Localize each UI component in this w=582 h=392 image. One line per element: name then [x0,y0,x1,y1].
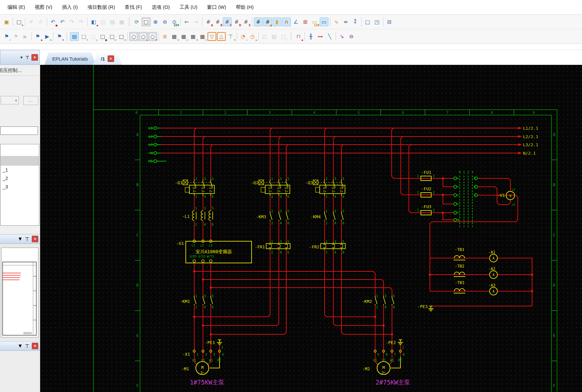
page-macro-icon[interactable]: □● [89,32,98,41]
device-box-icon[interactable]: □ [363,18,372,26]
terminal-down-icon[interactable]: ○▾ [148,32,157,41]
goto-forward-icon[interactable]: ▶ [21,32,30,41]
increment-icon[interactable]: ▭128 [310,18,319,26]
select-similar-icon[interactable]: □✳ [279,32,288,41]
delete-selection-icon[interactable]: □× [15,18,23,26]
signal-wave-icon[interactable]: ∿ [332,18,341,26]
grid-c-icon[interactable]: #C [223,18,232,26]
layout-space-icon[interactable]: ◫ [99,18,107,26]
forward-icon[interactable]: → [192,18,200,26]
window-macro-icon[interactable]: □● [98,32,107,41]
redo-icon[interactable]: ↷ [67,18,76,26]
parts-cart-icon[interactable]: ⊟ [385,18,394,26]
format-brush-icon[interactable]: ✐ [27,18,36,26]
signal-lines-icon[interactable]: ≈ [341,18,350,26]
terminal-up-icon[interactable]: ○▴ [139,32,148,41]
bom-navigator-icon[interactable]: ▦▾ [189,32,197,41]
paste-icon[interactable]: ▣ [2,18,11,26]
grid-b-icon[interactable]: #B [213,18,222,26]
page-filter-combobox[interactable]: ∨ [1,96,19,104]
cable-lines-icon[interactable]: ≣ [160,32,169,41]
menu-item-4[interactable]: 查找 (F) [121,2,146,12]
preview-panel-header[interactable]: ▼ ⊤ × [0,234,40,244]
device-navigator-icon[interactable]: ▦▾ [170,32,179,41]
goto-next-icon[interactable]: ▶+ [43,32,52,41]
zoom-window-icon[interactable]: □ [142,18,150,26]
grid-d-icon[interactable]: #D [232,18,241,26]
connection-point-icon[interactable]: ⊶ [316,32,325,41]
bottom-panel-header[interactable]: ▼ ⊤ × [0,341,40,351]
goto-graphic-icon[interactable]: ⚑✓ [2,32,11,41]
menu-item-6[interactable]: 工具 (U) [175,2,202,12]
bom-edit-icon[interactable]: ▦○ [198,32,207,41]
menu-item-8[interactable]: 帮助 (H) [232,2,258,12]
browse-button[interactable]: ... [23,96,38,105]
net-connect-icon[interactable]: ⁑ [351,18,360,26]
panel-caret-icon[interactable]: ▼ [20,55,23,59]
format-copy-icon[interactable]: ✐ [36,18,45,26]
page-list[interactable]: _1_2_3 [0,144,39,226]
schematic-canvas[interactable]: 0123456789ABCDEFABCDEFL1L2L3NPEL1/2.1L2/… [40,65,582,392]
menu-item-1[interactable]: 视图 (V) [30,2,56,12]
panel-layout-icon[interactable]: ◰ [260,32,269,41]
goto-back-icon[interactable]: ⚑ [12,32,20,41]
undo-list-icon[interactable]: ↶ [58,18,67,26]
menu-item-2[interactable]: 插入 (I) [58,2,82,12]
zoom-out-icon[interactable]: ⊖ [160,18,169,26]
tab-eplantutorials[interactable]: EPLAN Tutorials [44,53,96,65]
export-page-icon[interactable]: □→ [117,32,126,41]
menu-item-5[interactable]: 选项 (O) [148,2,174,12]
plot-stamp-icon[interactable]: ⊓▪ [294,32,303,41]
device-list-icon[interactable]: ▦○ [179,32,188,41]
panel-pin-icon[interactable]: ⊤ [26,55,29,60]
redo-list-icon[interactable]: ↷ [77,18,86,26]
page-list-item-2[interactable]: _3 [1,183,39,191]
symbol-select-icon[interactable]: ⊞ [301,18,310,26]
goto-unplaced-icon[interactable]: ⚑× [55,32,64,41]
page-check-icon[interactable]: ▤ [108,18,117,26]
page-search-input[interactable] [0,126,38,135]
tab-1[interactable]: /1× [93,53,122,65]
report-table-icon[interactable]: ▦ [117,18,126,26]
goto-counterpart-icon[interactable]: ⚑▪ [33,32,42,41]
bottom-pin-icon[interactable]: ⊤ [25,343,30,349]
new-page-icon[interactable]: □✷ [79,32,88,41]
undo-icon[interactable]: ↶● [49,18,57,26]
object-snap-icon[interactable]: ∩ [282,18,291,26]
potential-icon[interactable]: ⊤▾ [226,32,235,41]
page-list-item-0[interactable]: _1 [1,166,39,174]
interruption-up-icon[interactable]: △ [217,32,226,41]
zoom-in-icon[interactable]: ⊕ [151,18,160,26]
insert-circle-icon[interactable]: ⊖ [347,32,356,41]
line-break-icon[interactable]: ╲ [325,32,334,41]
t-node-icon[interactable]: ╫ [306,32,315,41]
preview-close-icon[interactable]: × [32,236,38,242]
insert-arrow-icon[interactable]: ➘ [338,32,346,41]
page-list-selection[interactable] [1,156,39,166]
panel-close-icon[interactable]: × [31,54,38,61]
terminal-strip-icon[interactable]: ○ [129,32,138,41]
gauge-check-icon[interactable]: ◔∘ [239,32,247,41]
interruption-down-icon[interactable]: ▽ [208,32,216,41]
gauge-sync-icon[interactable]: ◷▸ [248,32,257,41]
design-mode-icon[interactable]: ∠ [291,18,300,26]
align-grid-icon[interactable]: ▮ [273,18,281,26]
grid-display-icon[interactable]: # [254,18,263,26]
grid-a-icon[interactable]: #A [204,18,213,26]
page-list-item-1[interactable]: _2 [1,174,39,183]
hatch-area-icon[interactable]: ▨ [270,32,279,41]
back-icon[interactable]: ← [182,18,191,26]
page-navigator-icon[interactable]: ▤ [70,32,79,41]
tab-close-icon[interactable]: × [108,55,114,62]
grid-e-icon[interactable]: #E [242,18,250,26]
topology-icon[interactable]: ◳ [373,18,381,26]
schematic-drawing[interactable]: 0123456789ABCDEFABCDEFL1L2L3NPEL1/2.1L2/… [40,65,582,392]
bottom-close-icon[interactable]: × [32,343,38,349]
refresh-icon[interactable]: ⟳ [132,18,141,26]
page-navigator-header[interactable]: ▼ ⊤ × [0,50,40,65]
menu-item-0[interactable]: 编辑 (E) [3,2,29,12]
coordinate-input-icon[interactable]: ▭ [320,18,328,26]
import-page-icon[interactable]: □← [108,32,116,41]
menu-item-3[interactable]: 项目数据 (R) [83,2,119,12]
workspace-icon[interactable]: ◧▪ [89,18,98,26]
